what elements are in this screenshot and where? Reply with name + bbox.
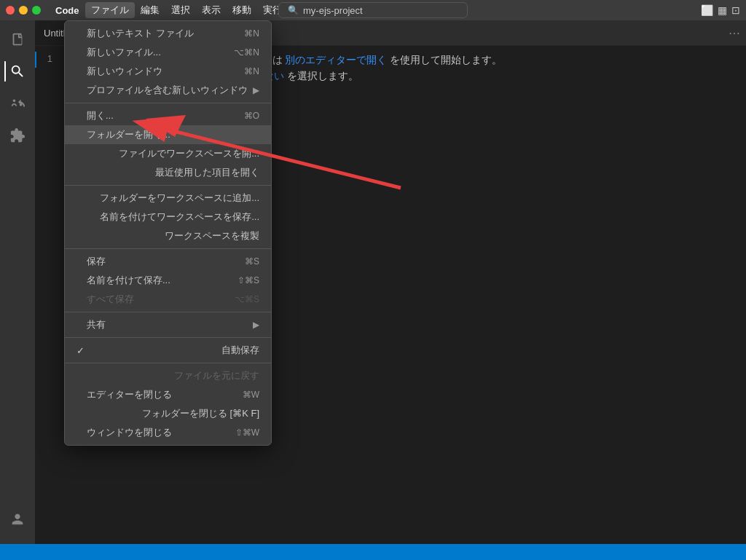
line-number-1: 1	[35, 52, 64, 68]
menu-edit[interactable]: 編集	[135, 2, 165, 18]
menu-save-all: すべて保存 ⌥⌘S	[65, 290, 271, 309]
menu-new-window[interactable]: 新しいウィンドウ ⌘N	[65, 62, 271, 81]
activity-explorer[interactable]	[4, 26, 31, 52]
search-text: my-ejs-project	[303, 5, 363, 16]
separator-2	[65, 185, 271, 186]
menu-save-workspace-as[interactable]: 名前を付けてワークスペースを保存...	[65, 208, 271, 226]
menu-add-folder[interactable]: フォルダーをワークスペースに追加...	[65, 189, 271, 208]
menu-view[interactable]: 表示	[196, 2, 227, 18]
line1-part3[interactable]: 別のエディターで開く	[285, 54, 387, 66]
line-number-2	[35, 68, 64, 84]
separator-1	[65, 103, 271, 103]
autosave-check-icon: ✓	[76, 345, 88, 356]
menu-close-editor[interactable]: エディターを閉じる ⌘W	[65, 385, 271, 404]
title-bar: Code ファイル 編集 選択 表示 移動 実行 ターミナル ウィンドウ ヘルプ…	[0, 0, 746, 20]
separator-5	[65, 337, 271, 338]
menu-revert-file: ファイルを元に戻す	[65, 366, 271, 385]
menu-new-file[interactable]: 新しいファイル... ⌥⌘N	[65, 43, 271, 62]
menu-new-text-file[interactable]: 新しいテキスト ファイル ⌘N	[65, 24, 271, 43]
minimize-button[interactable]	[19, 6, 28, 15]
menu-save-as[interactable]: 名前を付けて保存... ⇧⌘S	[65, 271, 271, 290]
menu-auto-save[interactable]: ✓ 自動保存	[65, 341, 271, 360]
traffic-lights	[6, 6, 41, 15]
separator-4	[65, 312, 271, 312]
menu-select[interactable]: 選択	[165, 2, 196, 18]
maximize-button[interactable]	[32, 6, 41, 15]
separator-3	[65, 248, 271, 249]
menu-duplicate-workspace[interactable]: ワークスペースを複製	[65, 226, 271, 245]
menu-save[interactable]: 保存 ⌘S	[65, 252, 271, 271]
activity-search[interactable]	[4, 58, 31, 84]
menu-share[interactable]: 共有 ▶	[65, 315, 271, 334]
close-button[interactable]	[6, 6, 15, 15]
menu-close-window[interactable]: ウィンドウを閉じる ⇧⌘W	[65, 423, 271, 442]
file-dropdown-menu: 新しいテキスト ファイル ⌘N 新しいファイル... ⌥⌘N 新しいウィンドウ …	[64, 20, 272, 446]
menu-open-workspace[interactable]: ファイルでワークスペースを開...	[65, 144, 271, 163]
split-view-button[interactable]: ⋯	[723, 20, 746, 45]
search-icon: 🔍	[288, 5, 299, 15]
line1-part4: を使用して開始します。	[387, 54, 502, 66]
top-bar-actions: ⬜ ▦ ⊡	[701, 4, 740, 16]
layout-icon[interactable]: ▦	[718, 4, 727, 16]
fullscreen-icon[interactable]: ⊡	[731, 4, 740, 16]
menu-open-recent[interactable]: 最近使用した項目を開く	[65, 163, 271, 182]
status-bar	[0, 544, 746, 560]
menu-open-folder[interactable]: フォルダーを開く...	[65, 125, 271, 144]
app-name[interactable]: Code	[50, 4, 85, 17]
activity-source-control[interactable]	[4, 90, 31, 117]
line2-end: を選択します。	[284, 70, 358, 82]
menu-new-window-profile[interactable]: プロファイルを含む新しいウィンドウ ▶	[65, 81, 271, 100]
activity-extensions[interactable]	[4, 122, 31, 149]
search-bar[interactable]: 🔍 my-ejs-project	[278, 2, 468, 18]
activity-bar	[0, 20, 35, 544]
menu-file[interactable]: ファイル	[85, 2, 135, 18]
activity-account[interactable]	[4, 509, 31, 535]
menu-open[interactable]: 開く... ⌘O	[65, 106, 271, 125]
menu-move[interactable]: 移動	[227, 2, 257, 18]
menu-close-folder[interactable]: フォルダーを閉じる [⌘K F]	[65, 404, 271, 423]
separator-6	[65, 363, 271, 363]
split-editor-icon[interactable]: ⬜	[701, 4, 713, 16]
